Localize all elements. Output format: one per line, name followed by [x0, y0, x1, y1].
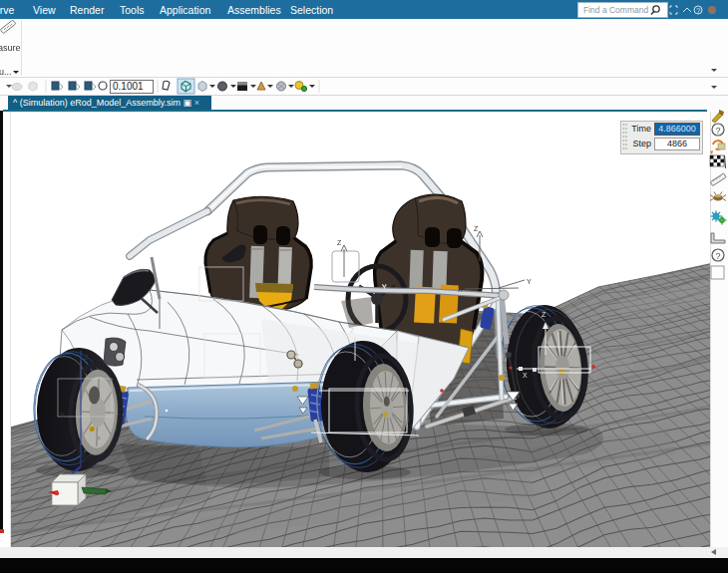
svg-text:X: X [523, 372, 528, 379]
svg-text:Z: Z [542, 311, 546, 318]
svg-text:Z: Z [84, 354, 89, 361]
svg-text:?: ? [716, 126, 721, 136]
svg-text:Y: Y [527, 278, 532, 285]
svg-text:?: ? [696, 6, 701, 15]
svg-text:Y: Y [382, 283, 387, 290]
svg-text:X: X [60, 412, 65, 419]
svg-text:X: X [458, 286, 463, 293]
svg-text:?: ? [716, 251, 721, 261]
svg-text:Z: Z [474, 225, 479, 232]
svg-text:Z: Z [350, 327, 355, 334]
svg-text:Z: Z [337, 239, 342, 246]
